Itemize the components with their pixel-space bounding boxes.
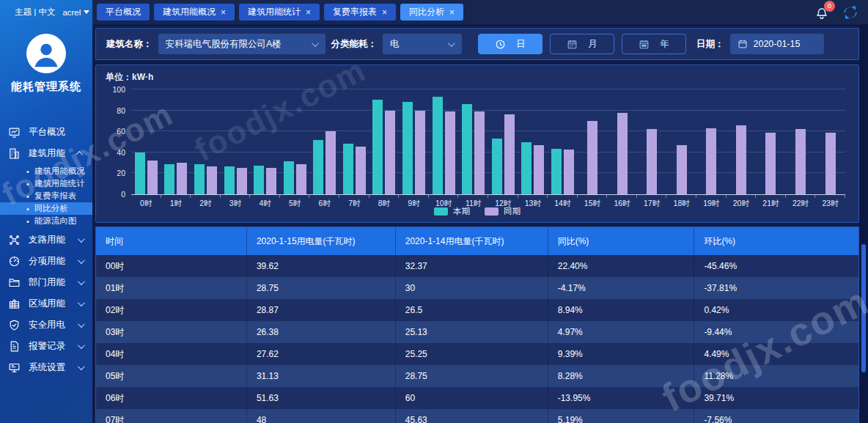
bar-本期 — [343, 144, 353, 194]
calendar-icon — [738, 39, 748, 49]
bar-同期 — [534, 145, 544, 194]
y-axis-tick-label: 80 — [102, 106, 125, 115]
bar-group: 11时 — [458, 89, 488, 194]
sidebar-item-label: 平台概况 — [29, 126, 65, 139]
sidebar-item[interactable]: 分项用能 — [0, 251, 92, 272]
tab-item[interactable]: 建筑用能统计× — [239, 4, 320, 21]
tab-active[interactable]: 同比分析× — [400, 4, 463, 21]
bar-同期 — [677, 145, 687, 194]
bar-同期 — [474, 111, 485, 194]
chevron-down-icon — [78, 320, 85, 328]
chevron-up-icon — [76, 151, 83, 158]
table-cell: -7.56% — [694, 409, 858, 423]
table-cell: 02时 — [96, 299, 247, 321]
sidebar-item[interactable]: 平台概况 — [0, 122, 92, 143]
chevron-down-icon — [311, 40, 318, 47]
table-cell: -9.44% — [694, 321, 858, 343]
year-button[interactable]: 年 — [622, 34, 686, 54]
branch-icon — [8, 234, 21, 246]
tab-item[interactable]: 建筑用能概况× — [154, 4, 235, 21]
date-picker[interactable]: 2020-01-15 — [730, 34, 824, 54]
building-icon — [8, 147, 21, 160]
tab-item[interactable]: 复费率报表× — [324, 4, 396, 21]
table-cell: 28.75 — [247, 277, 396, 299]
sidebar-item[interactable]: 支路用能 — [0, 229, 92, 251]
table-row: 00时39.6232.3722.40%-45.46% — [96, 255, 858, 277]
table-cell: 8.94% — [548, 299, 695, 321]
sidebar-item[interactable]: 系统设置 — [0, 357, 92, 378]
sidebar-subitem[interactable]: •同比分析 — [0, 202, 92, 215]
sidebar-subitem[interactable]: •能源流向图 — [0, 215, 92, 227]
chevron-down-icon — [78, 363, 85, 370]
tab-item[interactable]: 平台概况 — [97, 4, 150, 21]
bar-同期 — [147, 161, 158, 194]
table-cell: 39.62 — [247, 255, 396, 277]
date-value: 2020-01-15 — [754, 39, 801, 49]
calendar-year-icon — [639, 39, 650, 50]
table-row: 01时28.7530-4.17%-37.81% — [96, 277, 858, 299]
building-select[interactable]: 安科瑞电气股份有限公司A楼 — [158, 34, 326, 54]
table-cell: 28.87 — [247, 299, 396, 321]
tab-close-icon[interactable]: × — [221, 8, 226, 17]
table-row: 06时51.6360-13.95%39.71% — [96, 387, 858, 409]
sidebar-item[interactable]: 安全用电 — [0, 315, 92, 336]
bullet-icon: • — [26, 217, 29, 226]
sidebar-item-label: 安全用电 — [29, 319, 65, 331]
alarm-icon — [8, 340, 21, 353]
legend-item[interactable]: 本期 — [434, 206, 470, 217]
scrollbar-thumb[interactable] — [861, 244, 866, 372]
sidebar-subitem[interactable]: •复费率报表 — [0, 190, 92, 202]
refresh-icon[interactable] — [842, 4, 859, 21]
sidebar-subitem[interactable]: •建筑用能概况 — [0, 165, 92, 177]
tab-close-icon[interactable]: × — [449, 8, 455, 17]
sidebar-item[interactable]: 报警记录 — [0, 336, 92, 357]
table-cell: 25.25 — [396, 343, 548, 365]
table-cell: -4.17% — [548, 277, 695, 299]
sidebar-item[interactable]: 部门用能 — [0, 272, 92, 293]
table-cell: 25.13 — [396, 321, 548, 343]
user-menu[interactable]: acrel — [62, 8, 89, 17]
bar-同期 — [356, 147, 366, 194]
bar-group: 22时 — [786, 89, 816, 194]
tab-label: 平台概况 — [106, 6, 141, 18]
sidebar-menu: 平台概况建筑用能•建筑用能概况•建筑用能统计•复费率报表•同比分析•能源流向图支… — [0, 122, 92, 378]
hourly-data-table: 时间2020-1-15用电量(千瓦时)2020-1-14用电量(千瓦时)同比(%… — [95, 227, 859, 423]
sidebar-subitem[interactable]: •建筑用能统计 — [0, 177, 92, 190]
bar-同期 — [706, 128, 716, 194]
table-cell: 01时 — [96, 277, 247, 299]
bar-本期 — [433, 97, 443, 194]
y-axis-tick-label: 40 — [102, 148, 125, 157]
bar-同期 — [415, 111, 425, 194]
table-cell: 0.42% — [694, 299, 858, 321]
y-axis-tick-label: 0 — [102, 190, 125, 199]
energy-category-select[interactable]: 电 — [383, 34, 462, 54]
table-cell: 26.38 — [247, 321, 396, 343]
bar-group: 9时 — [399, 89, 429, 194]
sidebar-subitem-label: 复费率报表 — [34, 191, 77, 202]
sidebar-item[interactable]: 建筑用能 — [0, 143, 92, 164]
bar-本期 — [313, 140, 323, 194]
bar-group: 20时 — [727, 89, 757, 194]
theme-language-switcher[interactable]: 主题 | 中文 — [15, 7, 55, 18]
bar-group: 16时 — [607, 89, 637, 194]
bar-同期 — [564, 150, 574, 194]
bar-同期 — [237, 168, 247, 194]
topbar: 平台概况建筑用能概况×建筑用能统计×复费率报表×同比分析× 0 — [92, 0, 868, 24]
table-row: 03时26.3825.134.97%-9.44% — [96, 321, 858, 343]
sidebar-item[interactable]: 区域用能 — [0, 293, 92, 315]
legend-swatch — [485, 207, 499, 216]
tab-close-icon[interactable]: × — [306, 8, 311, 17]
sidebar-submenu: •建筑用能概况•建筑用能统计•复费率报表•同比分析•能源流向图 — [0, 164, 92, 229]
bar-本期 — [284, 161, 294, 194]
tab-close-icon[interactable]: × — [382, 8, 387, 17]
bar-group: 7时 — [339, 89, 369, 194]
table-cell: 48 — [247, 409, 396, 423]
day-button[interactable]: 日 — [478, 34, 542, 54]
chart-legend: 本期同期 — [96, 206, 858, 217]
tab-bar: 平台概况建筑用能概况×建筑用能统计×复费率报表×同比分析× — [97, 4, 814, 21]
table-header-cell: 时间 — [96, 227, 247, 255]
user-name: acrel — [62, 8, 81, 17]
legend-item[interactable]: 同期 — [485, 206, 521, 217]
month-button[interactable]: 月 — [550, 34, 614, 54]
notification-bell-icon[interactable]: 0 — [814, 4, 830, 21]
